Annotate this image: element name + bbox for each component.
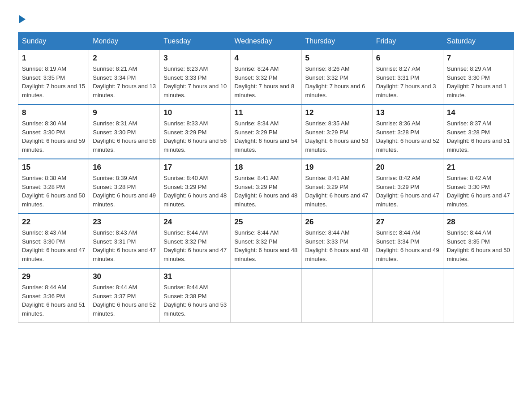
- calendar-cell: 10 Sunrise: 8:33 AM Sunset: 3:29 PM Dayl…: [160, 104, 231, 159]
- day-number: 14: [447, 108, 510, 117]
- day-number: 24: [163, 218, 227, 227]
- day-info: Sunrise: 8:24 AM Sunset: 3:32 PM Dayligh…: [234, 64, 297, 99]
- calendar-cell: 4 Sunrise: 8:24 AM Sunset: 3:32 PM Dayli…: [231, 50, 301, 105]
- day-number: 9: [93, 108, 156, 117]
- day-info: Sunrise: 8:44 AM Sunset: 3:35 PM Dayligh…: [447, 228, 510, 263]
- calendar-cell: 19 Sunrise: 8:41 AM Sunset: 3:29 PM Dayl…: [301, 159, 372, 214]
- calendar-cell: 28 Sunrise: 8:44 AM Sunset: 3:35 PM Dayl…: [443, 214, 514, 268]
- day-info: Sunrise: 8:30 AM Sunset: 3:30 PM Dayligh…: [22, 119, 85, 154]
- calendar-week-5: 29 Sunrise: 8:44 AM Sunset: 3:36 PM Dayl…: [18, 268, 514, 323]
- day-info: Sunrise: 8:26 AM Sunset: 3:32 PM Dayligh…: [305, 64, 369, 99]
- day-info: Sunrise: 8:38 AM Sunset: 3:28 PM Dayligh…: [22, 174, 85, 209]
- calendar-cell: 13 Sunrise: 8:36 AM Sunset: 3:28 PM Dayl…: [372, 104, 443, 159]
- day-info: Sunrise: 8:27 AM Sunset: 3:31 PM Dayligh…: [376, 64, 439, 99]
- calendar-cell: 22 Sunrise: 8:43 AM Sunset: 3:30 PM Dayl…: [18, 214, 89, 268]
- day-number: 3: [163, 54, 227, 63]
- day-number: 29: [22, 272, 85, 281]
- day-info: Sunrise: 8:43 AM Sunset: 3:31 PM Dayligh…: [93, 228, 156, 263]
- day-info: Sunrise: 8:19 AM Sunset: 3:35 PM Dayligh…: [22, 64, 85, 99]
- day-info: Sunrise: 8:35 AM Sunset: 3:29 PM Dayligh…: [305, 119, 369, 154]
- day-info: Sunrise: 8:33 AM Sunset: 3:29 PM Dayligh…: [163, 119, 227, 154]
- calendar-cell: 5 Sunrise: 8:26 AM Sunset: 3:32 PM Dayli…: [301, 50, 372, 105]
- calendar-cell: 11 Sunrise: 8:34 AM Sunset: 3:29 PM Dayl…: [231, 104, 301, 159]
- header-wednesday: Wednesday: [231, 33, 301, 50]
- day-info: Sunrise: 8:36 AM Sunset: 3:28 PM Dayligh…: [376, 119, 439, 154]
- day-number: 17: [163, 163, 227, 172]
- calendar-cell: 26 Sunrise: 8:44 AM Sunset: 3:33 PM Dayl…: [301, 214, 372, 268]
- day-number: 2: [93, 54, 156, 63]
- day-number: 20: [376, 163, 439, 172]
- calendar-cell: [443, 268, 514, 323]
- calendar-cell: 1 Sunrise: 8:19 AM Sunset: 3:35 PM Dayli…: [18, 50, 89, 105]
- day-info: Sunrise: 8:43 AM Sunset: 3:30 PM Dayligh…: [22, 228, 85, 263]
- calendar-cell: 8 Sunrise: 8:30 AM Sunset: 3:30 PM Dayli…: [18, 104, 89, 159]
- day-info: Sunrise: 8:44 AM Sunset: 3:36 PM Dayligh…: [22, 283, 85, 318]
- day-number: 31: [163, 272, 227, 281]
- day-number: 19: [305, 163, 369, 172]
- day-number: 30: [93, 272, 156, 281]
- header-friday: Friday: [372, 33, 443, 50]
- day-number: 10: [163, 108, 227, 117]
- calendar-week-4: 22 Sunrise: 8:43 AM Sunset: 3:30 PM Dayl…: [18, 214, 514, 268]
- day-number: 23: [93, 218, 156, 227]
- day-info: Sunrise: 8:41 AM Sunset: 3:29 PM Dayligh…: [234, 174, 297, 209]
- day-info: Sunrise: 8:42 AM Sunset: 3:30 PM Dayligh…: [447, 174, 510, 209]
- header-sunday: Sunday: [18, 33, 89, 50]
- calendar-cell: 9 Sunrise: 8:31 AM Sunset: 3:30 PM Dayli…: [89, 104, 160, 159]
- day-number: 18: [234, 163, 297, 172]
- day-number: 5: [305, 54, 369, 63]
- day-info: Sunrise: 8:44 AM Sunset: 3:34 PM Dayligh…: [376, 228, 439, 263]
- day-info: Sunrise: 8:21 AM Sunset: 3:34 PM Dayligh…: [93, 64, 156, 99]
- day-number: 8: [22, 108, 85, 117]
- calendar-cell: 12 Sunrise: 8:35 AM Sunset: 3:29 PM Dayl…: [301, 104, 372, 159]
- day-info: Sunrise: 8:39 AM Sunset: 3:28 PM Dayligh…: [93, 174, 156, 209]
- calendar-cell: 16 Sunrise: 8:39 AM Sunset: 3:28 PM Dayl…: [89, 159, 160, 214]
- day-number: 15: [22, 163, 85, 172]
- calendar-cell: 7 Sunrise: 8:29 AM Sunset: 3:30 PM Dayli…: [443, 50, 514, 105]
- calendar-cell: 30 Sunrise: 8:44 AM Sunset: 3:37 PM Dayl…: [89, 268, 160, 323]
- calendar-cell: 27 Sunrise: 8:44 AM Sunset: 3:34 PM Dayl…: [372, 214, 443, 268]
- calendar-week-3: 15 Sunrise: 8:38 AM Sunset: 3:28 PM Dayl…: [18, 159, 514, 214]
- calendar-cell: 3 Sunrise: 8:23 AM Sunset: 3:33 PM Dayli…: [160, 50, 231, 105]
- calendar-cell: 14 Sunrise: 8:37 AM Sunset: 3:28 PM Dayl…: [443, 104, 514, 159]
- day-info: Sunrise: 8:23 AM Sunset: 3:33 PM Dayligh…: [163, 64, 227, 99]
- day-number: 26: [305, 218, 369, 227]
- calendar-cell: 24 Sunrise: 8:44 AM Sunset: 3:32 PM Dayl…: [160, 214, 231, 268]
- calendar-cell: 21 Sunrise: 8:42 AM Sunset: 3:30 PM Dayl…: [443, 159, 514, 214]
- header-thursday: Thursday: [301, 33, 372, 50]
- calendar-cell: 29 Sunrise: 8:44 AM Sunset: 3:36 PM Dayl…: [18, 268, 89, 323]
- day-info: Sunrise: 8:34 AM Sunset: 3:29 PM Dayligh…: [234, 119, 297, 154]
- header-saturday: Saturday: [443, 33, 514, 50]
- calendar-cell: 2 Sunrise: 8:21 AM Sunset: 3:34 PM Dayli…: [89, 50, 160, 105]
- calendar-cell: [231, 268, 301, 323]
- day-number: 25: [234, 218, 297, 227]
- header-tuesday: Tuesday: [160, 33, 231, 50]
- day-info: Sunrise: 8:44 AM Sunset: 3:33 PM Dayligh…: [305, 228, 369, 263]
- calendar-cell: [372, 268, 443, 323]
- calendar-week-2: 8 Sunrise: 8:30 AM Sunset: 3:30 PM Dayli…: [18, 104, 514, 159]
- day-info: Sunrise: 8:44 AM Sunset: 3:32 PM Dayligh…: [163, 228, 227, 263]
- day-number: 1: [22, 54, 85, 63]
- calendar-cell: 23 Sunrise: 8:43 AM Sunset: 3:31 PM Dayl…: [89, 214, 160, 268]
- header-monday: Monday: [89, 33, 160, 50]
- day-info: Sunrise: 8:31 AM Sunset: 3:30 PM Dayligh…: [93, 119, 156, 154]
- day-number: 21: [447, 163, 510, 172]
- day-number: 4: [234, 54, 297, 63]
- calendar-cell: 15 Sunrise: 8:38 AM Sunset: 3:28 PM Dayl…: [18, 159, 89, 214]
- day-number: 6: [376, 54, 439, 63]
- day-info: Sunrise: 8:44 AM Sunset: 3:38 PM Dayligh…: [163, 283, 227, 318]
- calendar-cell: 6 Sunrise: 8:27 AM Sunset: 3:31 PM Dayli…: [372, 50, 443, 105]
- day-info: Sunrise: 8:41 AM Sunset: 3:29 PM Dayligh…: [305, 174, 369, 209]
- day-number: 16: [93, 163, 156, 172]
- day-info: Sunrise: 8:44 AM Sunset: 3:37 PM Dayligh…: [93, 283, 156, 318]
- day-number: 13: [376, 108, 439, 117]
- day-number: 7: [447, 54, 510, 63]
- day-number: 12: [305, 108, 369, 117]
- day-info: Sunrise: 8:40 AM Sunset: 3:29 PM Dayligh…: [163, 174, 227, 209]
- day-info: Sunrise: 8:37 AM Sunset: 3:28 PM Dayligh…: [447, 119, 510, 154]
- page-header: [18, 13, 514, 23]
- calendar-header-row: SundayMondayTuesdayWednesdayThursdayFrid…: [18, 33, 514, 50]
- day-number: 28: [447, 218, 510, 227]
- day-info: Sunrise: 8:29 AM Sunset: 3:30 PM Dayligh…: [447, 64, 510, 99]
- logo-arrow-icon: [19, 15, 26, 23]
